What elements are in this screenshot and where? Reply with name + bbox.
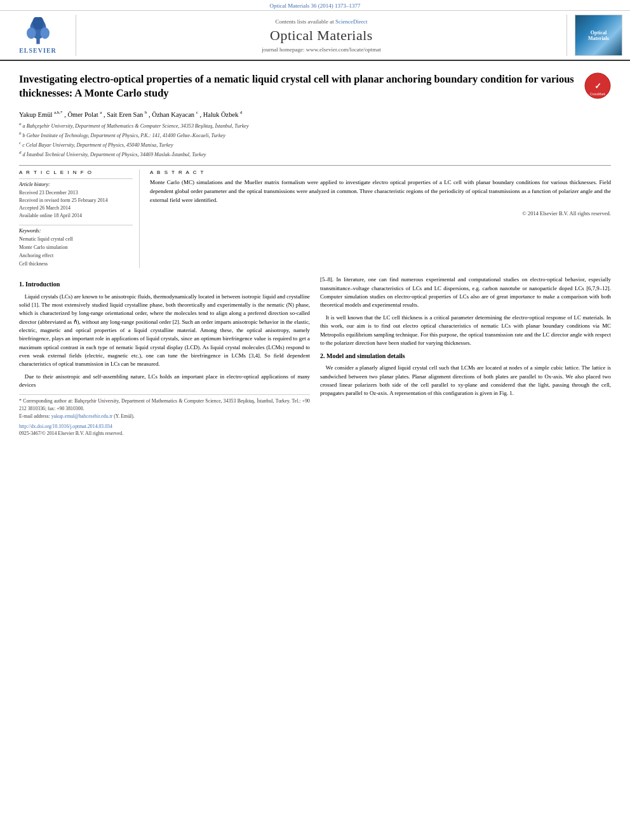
journal-bar: Optical Materials 36 (2014) 1373–1377 [0,0,630,11]
article-info-label: A R T I C L E I N F O [19,170,133,175]
article-info-col: A R T I C L E I N F O Article history: R… [19,170,140,268]
model-para: We consider a planarly aligned liquid cr… [320,364,611,397]
corresponding-author-note: * Corresponding author at: Bahçeşehir Un… [19,397,310,412]
abstract-col: A B S T R A C T Monte Carlo (MC) simulat… [150,170,611,268]
affil-a: a a Bahçeşehir University, Department of… [19,121,611,130]
body-content: 1. Introduction Liquid crystals (LCs) ar… [19,276,611,437]
contents-line: Contents lists available at ScienceDirec… [276,18,368,25]
intro-heading: 1. Introduction [19,279,310,289]
journal-cover-image: Optical Materials [575,15,622,56]
publisher-logo-area: ELSEVIER [6,15,76,56]
abstract-text: Monte Carlo (MC) simulations and the Mue… [150,178,611,205]
revised-date: Received in revised form 25 February 201… [19,197,133,204]
affil-d: d d İstanbul Technical University, Depar… [19,149,611,159]
footnotes: * Corresponding author at: Bahçeşehir Un… [19,394,310,437]
journal-header-center: Contents lists available at ScienceDirec… [76,15,566,56]
keyword-1: Nematic liquid crystal cell [19,236,133,244]
body-col-right: [5–8]. In literature, one can find numer… [320,276,611,437]
right-para-2: It is well known that the LC cell thickn… [320,314,611,347]
elsevier-logo: ELSEVIER [19,17,57,54]
article-content: Investigating electro-optical properties… [0,61,630,444]
available-date: Available online 18 April 2014 [19,212,133,220]
intro-para-2: Due to their anisotropic and self-assemb… [19,373,310,390]
svg-text:✓: ✓ [594,81,601,91]
intro-para-1: Liquid crystals (LCs) are known to be an… [19,293,310,369]
abstract-label: A B S T R A C T [150,170,611,175]
authors-line: Yakup Emül a,b,* , Ömer Polat a , Sait E… [19,110,611,118]
journal-cover-area: Optical Materials [566,15,624,56]
email-note: E-mail address: yakup.emul@bahcesehir.ed… [19,413,310,420]
email-link[interactable]: yakup.emul@bahcesehir.edu.tr [51,413,113,419]
right-para-1: [5–8]. In literature, one can find numer… [320,276,611,309]
history-title: Article history: [19,182,133,187]
elsevier-label: ELSEVIER [19,47,57,54]
svg-point-2 [27,27,36,39]
svg-text:CrossMark: CrossMark [590,92,606,96]
copyright-line: © 2014 Elsevier B.V. All rights reserved… [150,210,611,217]
issn-line: 0925-3467/© 2014 Elsevier B.V. All right… [19,430,123,436]
keyword-3: Anchoring effect [19,252,133,260]
page-header: ELSEVIER Contents lists available at Sci… [0,11,630,61]
accepted-date: Accepted 26 March 2014 [19,204,133,212]
article-info-abstract: A R T I C L E I N F O Article history: R… [19,165,611,268]
affiliations: a a Bahçeşehir University, Department of… [19,121,611,159]
svg-point-3 [40,27,49,39]
sciencedirect-link[interactable]: ScienceDirect [335,18,367,25]
article-history: Article history: Received 23 December 20… [19,178,133,220]
body-col-left: 1. Introduction Liquid crystals (LCs) ar… [19,276,310,437]
keywords-title: Keywords: [19,228,133,234]
affil-b: b b Gebze Institute of Technology, Depar… [19,130,611,140]
keywords-block: Keywords: Nematic liquid crystal cell Mo… [19,225,133,268]
crossmark-icon: ✓ CrossMark [584,72,611,99]
doi-link[interactable]: http://dx.doi.org/10.1016/j.optmat.2014.… [19,423,310,430]
article-title: Investigating electro-optical properties… [19,72,578,101]
article-title-text: Investigating electro-optical properties… [19,72,578,105]
title-section: Investigating electro-optical properties… [19,67,611,105]
journal-title: Optical Materials [270,27,373,44]
keyword-2: Monte Carlo simulation [19,244,133,252]
journal-citation: Optical Materials 36 (2014) 1373–1377 [270,3,361,9]
journal-homepage: journal homepage: www.elsevier.com/locat… [262,46,380,53]
keyword-4: Cell thickness [19,260,133,269]
elsevier-tree-icon [19,17,57,46]
crossmark-badge[interactable]: ✓ CrossMark [584,72,611,99]
received-date: Received 23 December 2013 [19,189,133,197]
model-heading: 2. Model and simulation details [320,351,611,361]
affil-c: c c Celal Bayar University, Department o… [19,140,611,149]
